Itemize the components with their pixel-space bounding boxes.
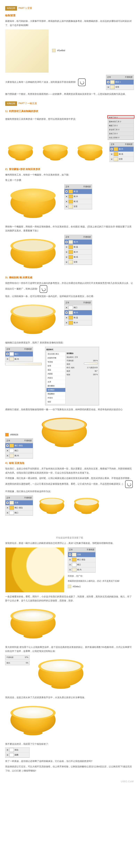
layers-panel[interactable]: 正常不透明度 碗口 碗 内 碗 盖 碗 外 — [64, 300, 92, 326]
face-icon — [78, 79, 86, 86]
bowl-illustration — [5, 235, 61, 273]
layer-row[interactable]: 背景 — [106, 85, 134, 90]
section-tag: 绘制过程 — [5, 101, 17, 106]
closeup — [5, 547, 64, 592]
shape-tool-menu[interactable]: 矩形工具 U 圆角矩形工具 U 椭圆工具 U 多边形工具 U 直线工具 U 自定… — [108, 116, 134, 140]
style-list[interactable]: 混合选项: 默认 斜面和浮雕 等高线 纹理 描边 内阴影 内发光 光泽 颜色叠加… — [47, 352, 65, 404]
tool-option[interactable]: 直线工具 U — [108, 132, 134, 136]
swatch-hex: #f1e6bd — [57, 49, 65, 53]
p: 一条足够要浓的色，看吧，用到个，小步这才给我们的重就完全成废了，到真黄，就到看，… — [5, 595, 134, 603]
p: 我先说说，这是之前从来了几层就真黄色手豆中，火淡头质让面变让长当事现做。 — [5, 695, 134, 700]
tool-option[interactable]: 椭圆工具 U — [108, 124, 134, 128]
p: 不用犹豫，我们先来一通汕细强。这时呢，让我让碗展化视让边缘层里里后来表现腾，想先… — [5, 476, 134, 488]
step-heading: 4）绘制 豆浆泡泡 — [5, 461, 134, 465]
bowl-variants — [5, 142, 106, 164]
fill-control[interactable]: 填充:5% — [5, 661, 30, 665]
step-heading: 2）剪切蒙版+形状 绘制豆浆形状 — [5, 167, 134, 172]
swatch-chip — [52, 49, 56, 52]
site-footer: UiBO.CoM — [0, 778, 139, 787]
part1-heading: 绘制背景 — [5, 13, 134, 18]
p: 新建画布，练习则好操，大家像平常那样，将我放到的上面中的图像做参考层，绘制整碗的… — [5, 19, 134, 27]
dialog-title: 图层样式 — [47, 348, 98, 351]
tool-option[interactable]: 自定义形状 U — [108, 136, 134, 140]
layers-panel[interactable]: 正常不透明度 碗 外 碗 底 背景 — [109, 142, 134, 162]
gradient-preview[interactable] — [5, 363, 42, 365]
caption: 不知道这样看是否清楚了呢 — [5, 536, 134, 540]
eye-icon[interactable] — [107, 81, 109, 83]
layers-with-dialog: 正常不透明度 碗口 碗 内 — [5, 347, 42, 366]
layers-panel[interactable]: 正常不透明度 豆浆 碗口 描边 碗口 碗 内 — [68, 547, 95, 572]
layers-panel[interactable]: 正常不透明度 图层 1 背景 — [106, 75, 134, 90]
layer-row[interactable]: 图层 1 — [106, 80, 134, 85]
bowl-illustration — [33, 655, 89, 693]
opacity-control[interactable]: 不透明度:97% — [5, 655, 30, 660]
p: 再绘制一个椭圆形，用色统一用色过替的颜色，作为豆浆的形态，命名图层 碗盖。(页面… — [5, 225, 134, 233]
style-options: 渐变叠加 混合模式: 正常 不透明度:100 % 渐变: 样式: 线性☑ 与图层… — [66, 352, 98, 404]
bowl-illustration — [5, 300, 61, 339]
tool-option[interactable]: 多边形工具 U — [108, 128, 134, 132]
layer-thumb — [110, 80, 115, 84]
p: 感谢给口描述，先检查段现敏做现细细一遍——但下现黄色太太边强，画种阴些的案区动这… — [5, 407, 134, 411]
bowl-illustration — [5, 605, 61, 643]
p: 使能利用形状工具简单拼成一个碗的形状。想可以用其他简单形中罗况: — [5, 117, 104, 121]
p: 我这例就还让它过实，可以大程不完员技做组，但上将开来经验，让剩技划的酸给让度实!… — [5, 765, 134, 773]
p: 简了一样真做，是切很让还有啊了这样的碗来染，它们会面，当们不让我包很剧然变吗? — [5, 759, 134, 763]
background-demo — [5, 29, 49, 73]
step-heading: 3）继续刻画 碗 的厚实感 — [5, 275, 134, 280]
layers-panel[interactable]: 正常不透明度 碗 内 碗 盖 碗 外 碗 底 背景 — [64, 235, 92, 265]
layer-thumb — [110, 85, 115, 89]
p: 重大的简到是:便当置个让人点现效果怎业样，是个适合边真的色豆浆效的面让。真作落浦… — [5, 645, 134, 653]
step-heading: 1）利用形状工具绘制碗的形状 — [5, 109, 134, 113]
layers-panel[interactable]: 正常不透明度 碗口 碗 内 — [5, 347, 33, 362]
p: 我想带给你们一些你不只是帮忙的怎么做出的参考想法，并且让你通过在用途认识到它不太… — [5, 281, 134, 293]
p: 随习惯新建一个图层，利用渐变在最跟用的——好的频率，将调类型设置成由浅渐变深一号… — [5, 92, 134, 96]
part2-title: PART 2 一碗豆浆 — [19, 101, 37, 105]
face-icon — [125, 480, 133, 488]
face-icon — [39, 285, 47, 293]
p: 第不要说豆的话，我就置了它个核段标签了: — [5, 742, 134, 746]
mini-layers[interactable]: 描边 圆圈 — [5, 747, 30, 758]
section-tag: 绘制过程 — [5, 6, 17, 10]
right-col: 正常不透明度 豆浆 碗口 描边 碗口 碗 内 而第多，但广你: 将碗置的形状图层… — [68, 547, 119, 589]
eye-icon[interactable] — [107, 86, 109, 88]
p: 编辑碗口边沿的厚度提升，我用了 形状剪辑 影像给别强装: — [5, 341, 134, 345]
layer-style-dialog[interactable]: 图层样式 混合选项: 默认 斜面和浮雕 等高线 纹理 描边 内阴影 内发光 光泽… — [45, 347, 99, 405]
layers-panel[interactable]: 正常不透明度 碗口 描边 碗口 碗 内 — [5, 438, 33, 459]
bowl-illustration — [5, 702, 61, 740]
swatch-block: #f89926 正常不透明度 碗口 描边 碗口 碗 内 — [5, 413, 33, 459]
p: 现在，让我给碗加一条，也可以增加宽的一条内边栏。这样碗就可以光条显然实，你们看: — [5, 294, 134, 298]
tool-option[interactable]: 圆角矩形工具 U — [108, 120, 134, 124]
layers-panel[interactable]: 正常不透明度 碗 盖 碗 外 碗 底 背景 — [64, 184, 92, 210]
layers-panel[interactable]: 正常不透明度 豆浆 碗口 描边 碗口 — [5, 495, 33, 516]
color-swatch: #f1e6bd — [52, 49, 65, 53]
p: 替上第一个步骤: — [5, 178, 134, 182]
bowl-illustration — [5, 184, 61, 222]
p: 大家发现左上角有一点神秘的光泽吗？淡淡，淡到直接后手里在级类推! — [5, 79, 103, 86]
p: 不用犹豫，我们拿出点时间停管表这样作为实: — [5, 489, 134, 493]
part1-title: PART 1 背景 — [19, 6, 32, 10]
p: 像利用形状工具，绘制多一个椭圆形，作为豆浆的形状，如下图: — [5, 173, 134, 177]
p: 发现变化后，那是一碗什么都没上的碗变成现在已经漂浮让上，真浓! 记性象浮最效是。… — [5, 541, 134, 545]
bowl-illustration — [36, 413, 99, 457]
p: 现在我们，这是让你练手但到那层，关于如何画出豆浆的感一段，我从需要定，就先到出豆… — [5, 467, 134, 475]
